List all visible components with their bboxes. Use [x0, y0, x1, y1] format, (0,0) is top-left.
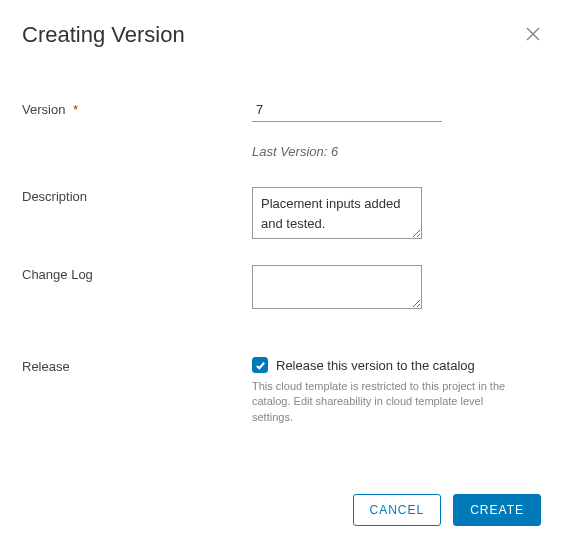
description-textarea[interactable] [252, 187, 422, 239]
changelog-textarea[interactable] [252, 265, 422, 309]
cancel-button[interactable]: CANCEL [353, 494, 442, 526]
release-checkbox-label: Release this version to the catalog [276, 358, 475, 373]
version-input[interactable] [252, 100, 442, 122]
version-form: Version * Last Version: 6 Description Ch… [22, 100, 541, 425]
release-checkbox-wrap: Release this version to the catalog [252, 357, 541, 373]
description-label: Description [22, 187, 252, 204]
release-row: Release Release this version to the cata… [22, 357, 541, 425]
release-label: Release [22, 357, 252, 374]
last-version-row: Last Version: 6 [22, 144, 541, 159]
version-label: Version * [22, 100, 252, 117]
description-row: Description [22, 187, 541, 243]
dialog-header: Creating Version [22, 22, 541, 48]
close-icon[interactable] [525, 26, 541, 42]
changelog-row: Change Log [22, 265, 541, 313]
version-label-text: Version [22, 102, 65, 117]
changelog-label: Change Log [22, 265, 252, 282]
last-version-text: Last Version: 6 [252, 144, 338, 159]
version-field-wrap [252, 100, 541, 122]
version-row: Version * [22, 100, 541, 122]
release-checkbox[interactable] [252, 357, 268, 373]
release-field-wrap: Release this version to the catalog This… [252, 357, 541, 425]
dialog-title: Creating Version [22, 22, 185, 48]
changelog-field-wrap [252, 265, 541, 313]
required-asterisk: * [73, 102, 78, 117]
dialog-footer: CANCEL CREATE [353, 494, 541, 526]
description-field-wrap [252, 187, 541, 243]
create-button[interactable]: CREATE [453, 494, 541, 526]
release-hint-text: This cloud template is restricted to thi… [252, 379, 512, 425]
